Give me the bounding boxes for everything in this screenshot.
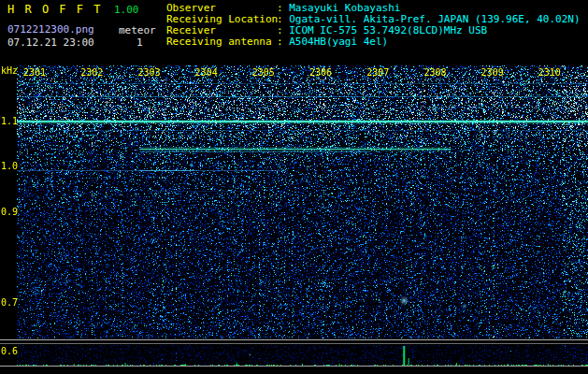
time-tick-2309: 2309 [481,67,504,78]
freq-tick-0.7: 0.7 [1,297,17,308]
time-tick-2303: 2303 [137,67,160,78]
observation-datetime: 07.12.21 23:00 [7,36,94,49]
app-version: 1.00 [114,4,139,16]
mode-label: meteor [119,24,156,36]
time-tick-2302: 2302 [80,67,103,78]
freq-tick-0.9: 0.9 [1,207,17,217]
output-filename: 0712212300.png [7,23,94,36]
level-gridline [0,366,588,367]
level-gridline [0,343,588,344]
time-tick-2310: 2310 [538,67,561,78]
time-tick-2306: 2306 [309,67,332,78]
info-value: A504HB(yagi 4el) [289,36,388,48]
time-tick-2308: 2308 [423,67,446,78]
info-label: Receiving antenna [166,36,277,48]
freq-tick-kHz: kHz [1,65,17,76]
hrofft-screen: H R O F F T 1.00 0712212300.png meteor 1… [0,0,588,374]
freq-tick-0.6: 0.6 [1,346,17,356]
meteor-count: 1 [136,36,143,49]
freq-tick-1.1: 1.1 [1,116,17,126]
info-colon: : [277,36,289,48]
time-tick-2305: 2305 [252,67,275,78]
info-row: Receiving antenna: A504HB(yagi 4el) [166,36,581,48]
receiver-info: Observer: Masayuki KobayashiReceiving Lo… [166,3,581,48]
time-tick-2307: 2307 [366,67,389,78]
freq-tick-1.0: 1.0 [1,161,17,171]
time-tick-2301: 2301 [23,67,46,78]
level-gridline [0,339,588,340]
app-title: H R O F F T [7,3,102,16]
spectrogram-canvas [17,65,588,374]
time-tick-2304: 2304 [195,67,218,78]
